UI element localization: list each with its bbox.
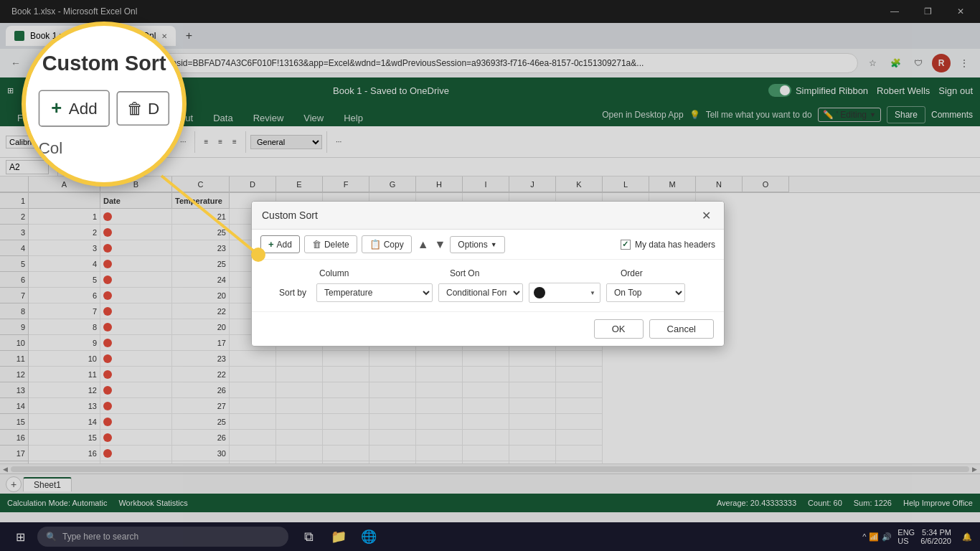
options-button[interactable]: Options ▼ (450, 236, 504, 253)
color-swatch (534, 287, 545, 298)
sort-order-dropdown[interactable]: On Top (606, 283, 685, 302)
options-chevron-icon: ▼ (491, 241, 497, 248)
sort-on-dropdown[interactable]: Conditional Form (438, 283, 523, 302)
order-color-picker[interactable]: ▼ (529, 283, 600, 303)
magnify-add-label: Add (69, 99, 98, 118)
my-data-headers-text: My data has headers (635, 240, 715, 250)
order-header-label: Order (621, 268, 692, 278)
dialog-body: Column Sort On Order Sort by Temperature… (252, 260, 724, 311)
magnify-add-button[interactable]: + Add (38, 90, 110, 126)
sort-up-button[interactable]: ▲ (418, 238, 429, 251)
sort-column-dropdown[interactable]: Temperature (316, 283, 433, 302)
magnify-zoom-content: Custom Sort + Add 🗑 D Col (27, 40, 181, 168)
dialog-copy-button[interactable]: 📋 Copy (362, 235, 412, 253)
copy-icon: 📋 (369, 239, 381, 250)
sort-column-headers: Column Sort On Order (262, 268, 714, 278)
my-data-headers-checkbox[interactable]: ✓ (621, 240, 631, 250)
dialog-title: Custom Sort (262, 209, 318, 221)
column-header-label: Column (319, 268, 435, 278)
magnify-col-label: Col (38, 138, 169, 156)
dialog-close-button[interactable]: ✕ (698, 207, 714, 223)
dialog-title-bar: Custom Sort ✕ (252, 202, 724, 230)
cancel-button[interactable]: Cancel (649, 319, 714, 339)
sort-by-label: Sort by (262, 288, 311, 298)
sort-down-button[interactable]: ▼ (435, 238, 446, 251)
trash-icon: 🗑 (312, 239, 321, 250)
plus-icon: + (268, 239, 274, 250)
magnification-circle: Custom Sort + Add 🗑 D Col (22, 22, 187, 187)
magnify-title: Custom Sort (38, 52, 169, 76)
dialog-toolbar: + Add 🗑 Delete 📋 Copy ▲ ▼ Options ▼ ✓ My… (252, 230, 724, 260)
dialog-add-button[interactable]: + Add (260, 235, 300, 253)
magnify-plus-icon: + (51, 98, 62, 118)
sort-row-1: Sort by Temperature Conditional Form ▼ O… (262, 283, 714, 303)
color-picker-chevron-icon: ▼ (590, 290, 595, 296)
dialog-delete-button[interactable]: 🗑 Delete (304, 235, 357, 253)
magnify-inner-content: Custom Sort + Add 🗑 D Col (27, 40, 181, 168)
magnify-trash-icon: 🗑 (127, 99, 143, 118)
options-label: Options (458, 240, 487, 250)
sort-on-header-label: Sort On (450, 268, 529, 278)
copy-label: Copy (384, 240, 404, 250)
dialog-footer: OK Cancel (252, 311, 724, 346)
my-data-headers-label: ✓ My data has headers (621, 240, 715, 250)
delete-label: Delete (324, 240, 349, 250)
magnify-delete-initial: D (148, 99, 159, 118)
magnify-delete-button[interactable]: 🗑 D (117, 91, 170, 126)
add-label: Add (277, 240, 292, 250)
custom-sort-dialog: Custom Sort ✕ + Add 🗑 Delete 📋 Copy ▲ ▼ … (251, 201, 725, 347)
ok-button[interactable]: OK (594, 319, 644, 339)
